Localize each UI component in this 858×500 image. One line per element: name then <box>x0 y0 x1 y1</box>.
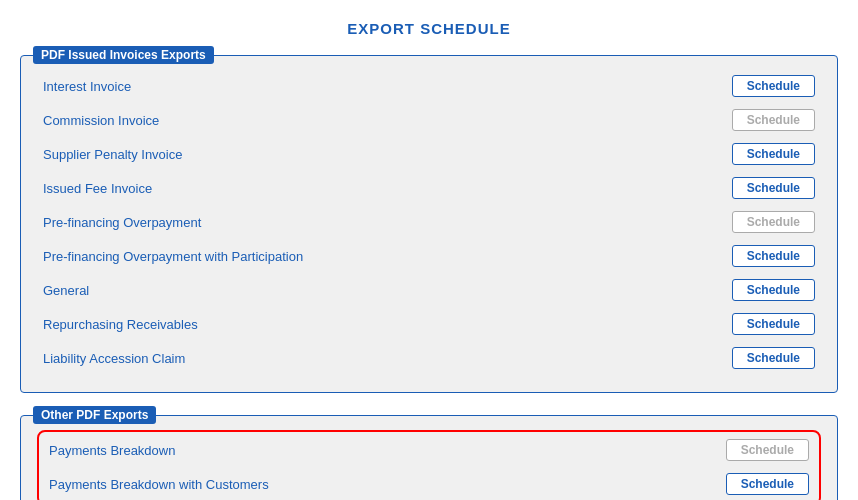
page-title: Export Schedule <box>20 20 838 37</box>
schedule-button[interactable]: Schedule <box>732 279 815 301</box>
invoice-label: Interest Invoice <box>43 79 732 94</box>
invoice-row: Supplier Penalty InvoiceSchedule <box>37 138 821 170</box>
invoice-row: Commission InvoiceSchedule <box>37 104 821 136</box>
invoice-row: Interest InvoiceSchedule <box>37 70 821 102</box>
invoice-label: Pre-financing Overpayment <box>43 215 732 230</box>
invoice-label: Pre-financing Overpayment with Participa… <box>43 249 732 264</box>
invoice-label: General <box>43 283 732 298</box>
invoice-row: Repurchasing ReceivablesSchedule <box>37 308 821 340</box>
invoice-row: Liability Accession ClaimSchedule <box>37 342 821 374</box>
invoice-row: Payments BreakdownSchedule <box>43 434 815 466</box>
invoice-row: Pre-financing OverpaymentSchedule <box>37 206 821 238</box>
invoice-label: Supplier Penalty Invoice <box>43 147 732 162</box>
schedule-button[interactable]: Schedule <box>732 313 815 335</box>
schedule-button[interactable]: Schedule <box>732 245 815 267</box>
section-other-pdf-exports: Other PDF ExportsPayments BreakdownSched… <box>20 415 838 500</box>
invoice-label: Commission Invoice <box>43 113 732 128</box>
schedule-button[interactable]: Schedule <box>732 177 815 199</box>
schedule-button[interactable]: Schedule <box>732 143 815 165</box>
schedule-button[interactable]: Schedule <box>732 347 815 369</box>
invoice-label: Payments Breakdown with Customers <box>49 477 726 492</box>
schedule-button[interactable]: Schedule <box>732 75 815 97</box>
highlight-group: Payments BreakdownSchedulePayments Break… <box>37 430 821 500</box>
invoice-row: Issued Fee InvoiceSchedule <box>37 172 821 204</box>
section-pdf-issued-invoices: PDF Issued Invoices ExportsInterest Invo… <box>20 55 838 393</box>
invoice-row: Payments Breakdown with CustomersSchedul… <box>43 468 815 500</box>
schedule-button[interactable]: Schedule <box>726 473 809 495</box>
invoice-label: Payments Breakdown <box>49 443 726 458</box>
schedule-button: Schedule <box>732 109 815 131</box>
invoice-label: Issued Fee Invoice <box>43 181 732 196</box>
invoice-label: Liability Accession Claim <box>43 351 732 366</box>
schedule-button: Schedule <box>726 439 809 461</box>
section-legend-other-pdf-exports: Other PDF Exports <box>33 406 156 424</box>
schedule-button: Schedule <box>732 211 815 233</box>
section-legend-pdf-issued-invoices: PDF Issued Invoices Exports <box>33 46 214 64</box>
invoice-row: GeneralSchedule <box>37 274 821 306</box>
invoice-row: Pre-financing Overpayment with Participa… <box>37 240 821 272</box>
invoice-label: Repurchasing Receivables <box>43 317 732 332</box>
